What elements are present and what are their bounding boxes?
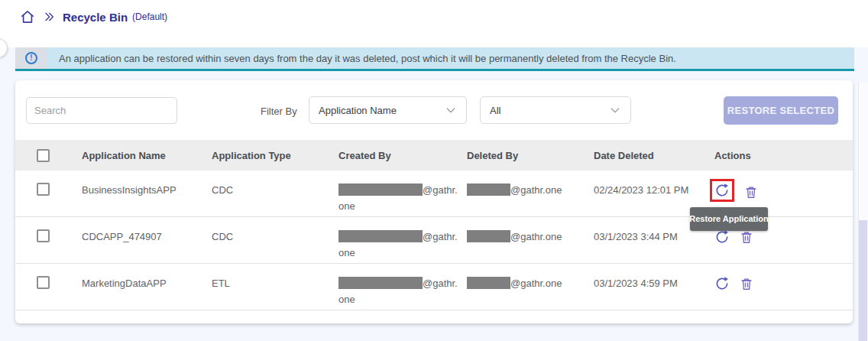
delete-permanently-button[interactable] — [744, 185, 758, 200]
trash-icon — [744, 185, 758, 200]
application-type: CDC — [212, 182, 338, 198]
filter-type-dropdown[interactable]: Application Name — [309, 96, 467, 124]
redacted-username — [467, 183, 510, 196]
application-name: CDCAPP_474907 — [82, 229, 212, 245]
chevron-down-icon — [445, 104, 457, 116]
deleted-by: @gathr.one — [467, 182, 594, 198]
info-banner: ! An application can be restored within … — [15, 47, 854, 71]
recycle-bin-page: Recycle Bin (Default) ! An application c… — [0, 0, 868, 341]
date-deleted: 03/1/2023 3:44 PM — [594, 229, 714, 245]
scrollbar-thumb[interactable] — [859, 220, 867, 341]
column-header-application-name: Application Name — [82, 148, 212, 164]
scrollbar-track[interactable] — [858, 83, 868, 341]
row-actions — [714, 275, 853, 291]
search-input[interactable] — [26, 97, 177, 124]
row-checkbox[interactable] — [37, 276, 50, 289]
table-row: MarketingDataAPP ETL @gathr. one @gathr.… — [15, 264, 853, 310]
created-by: @gathr. one — [338, 182, 467, 214]
restore-circular-arrow-icon — [714, 183, 730, 198]
recycle-bin-card: Filter By Application Name All RESTORE S… — [15, 80, 853, 323]
redacted-username — [338, 277, 423, 289]
redacted-username — [467, 230, 510, 242]
delete-permanently-button[interactable] — [740, 277, 753, 291]
restore-selected-button[interactable]: RESTORE SELECTED — [724, 96, 838, 125]
row-actions: Restore Application — [714, 182, 853, 202]
restore-application-button[interactable] — [714, 276, 730, 291]
page-subtitle: (Default) — [132, 11, 167, 22]
restore-circular-arrow-icon — [714, 276, 730, 291]
redacted-username — [338, 183, 423, 196]
info-circle-icon: ! — [25, 52, 37, 64]
created-by: @gathr. one — [338, 229, 467, 261]
filter-type-dropdown-value: Application Name — [319, 105, 397, 116]
column-header-date-deleted: Date Deleted — [594, 148, 714, 164]
delete-permanently-button[interactable] — [740, 230, 753, 245]
deleted-apps-table: Application Name Application Type Create… — [15, 140, 853, 310]
redacted-username — [467, 277, 510, 289]
page-title: Recycle Bin — [63, 11, 128, 24]
filter-scope-dropdown-value: All — [490, 105, 500, 116]
filter-scope-dropdown[interactable]: All — [480, 96, 631, 124]
row-checkbox[interactable] — [37, 183, 50, 196]
row-select-cell — [37, 275, 82, 289]
date-deleted: 02/24/2023 12:01 PM — [594, 182, 714, 198]
date-deleted: 03/1/2023 4:59 PM — [594, 275, 714, 291]
click-highlight-box — [710, 179, 734, 202]
row-select-cell — [37, 229, 82, 242]
deleted-by: @gathr.one — [467, 275, 594, 291]
filter-by-label: Filter By — [261, 106, 297, 117]
select-all-checkbox[interactable] — [37, 149, 50, 162]
breadcrumb: Recycle Bin (Default) — [20, 9, 167, 24]
restore-application-button[interactable] — [714, 183, 730, 198]
column-header-deleted-by: Deleted By — [467, 148, 594, 164]
row-select-cell — [37, 182, 82, 196]
table-row: BusinessInsightsAPP CDC @gathr. one @gat… — [15, 170, 853, 217]
info-banner-text: An application can be restored within se… — [47, 47, 854, 69]
column-header-actions: Actions — [714, 148, 853, 164]
restore-application-tooltip: Restore Application — [690, 207, 768, 231]
toolbar: Filter By Application Name All RESTORE S… — [15, 80, 853, 140]
row-actions — [714, 229, 853, 245]
restore-application-button[interactable] — [714, 229, 730, 245]
row-checkbox[interactable] — [37, 229, 50, 242]
application-type: ETL — [212, 275, 338, 291]
application-name: BusinessInsightsAPP — [82, 182, 212, 198]
info-banner-icon-cell: ! — [15, 47, 47, 69]
home-icon[interactable] — [20, 9, 35, 24]
table-header-row: Application Name Application Type Create… — [15, 140, 853, 170]
deleted-by: @gathr.one — [467, 229, 594, 245]
double-chevron-right-icon — [42, 11, 56, 23]
select-all-cell — [37, 149, 82, 162]
application-name: MarketingDataAPP — [82, 275, 212, 291]
trash-icon — [740, 277, 753, 291]
chevron-down-icon — [609, 104, 621, 116]
column-header-created-by: Created By — [338, 148, 467, 164]
column-header-application-type: Application Type — [212, 148, 338, 164]
restore-circular-arrow-icon — [714, 229, 730, 245]
header-band: Recycle Bin (Default) — [0, 0, 868, 47]
redacted-username — [338, 230, 423, 242]
created-by: @gathr. one — [338, 275, 467, 307]
application-type: CDC — [212, 229, 338, 245]
trash-icon — [740, 230, 753, 245]
